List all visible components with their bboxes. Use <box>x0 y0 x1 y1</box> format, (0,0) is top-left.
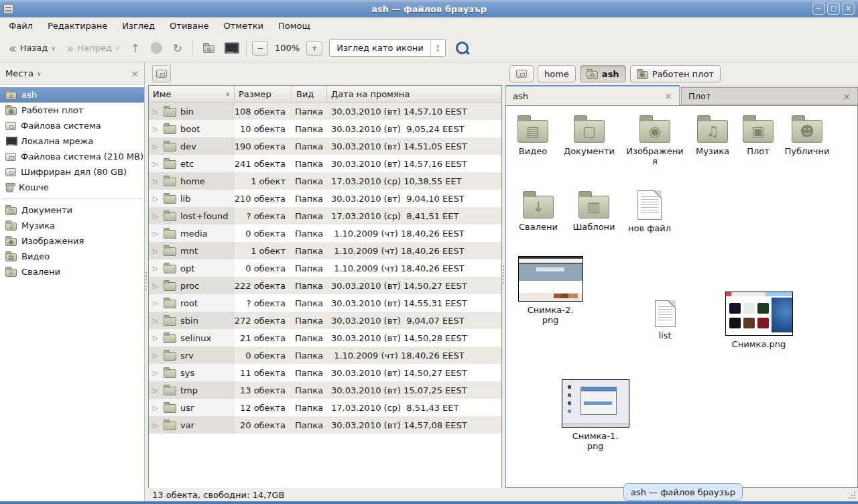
tab-ash[interactable]: ash× <box>505 85 680 105</box>
sidebar-item-Кошче[interactable]: Кошче <box>0 180 144 195</box>
back-dropdown-icon[interactable]: ∨ <box>51 45 56 52</box>
table-row[interactable]: ▷sbin272 обектаПапка30.03.2010 (вт) 9,04… <box>149 312 501 329</box>
table-row[interactable]: ▷srv0 обектаПапка 1.10.2009 (чт) 18,40,2… <box>149 346 501 364</box>
breadcrumb-button-ash[interactable]: ⌂ash <box>580 65 626 82</box>
icon-item-Документи[interactable]: ▢Документи <box>558 115 621 156</box>
expander-icon[interactable]: ▷ <box>153 178 160 185</box>
expander-icon[interactable]: ▷ <box>153 125 160 133</box>
expander-icon[interactable]: ▷ <box>153 108 160 115</box>
sidebar-item-Шифриран дял (80 GB)[interactable]: Шифриран дял (80 GB) <box>0 164 144 180</box>
computer-button[interactable] <box>221 41 241 55</box>
expander-icon[interactable]: ▷ <box>153 160 160 168</box>
table-row[interactable]: ▷dev190 обектаПапка30.03.2010 (вт) 14,51… <box>149 137 501 155</box>
menu-item-Отиване[interactable]: Отиване <box>162 19 216 33</box>
expander-icon[interactable]: ▷ <box>153 195 160 202</box>
table-row[interactable]: ▷root? обектаПапка30.03.2010 (вт) 14,55,… <box>149 294 501 312</box>
table-row[interactable]: ▷selinux21 обектаПапка30.03.2010 (вт) 14… <box>149 329 501 346</box>
icon-item-Музика[interactable]: ♫Музика <box>689 115 736 156</box>
sidebar-item-Работен плот[interactable]: ▣Работен плот <box>0 103 144 118</box>
sidebar-item-Локална мрежа[interactable]: Локална мрежа <box>0 133 144 149</box>
sidebar-item-Изображения[interactable]: ◉Изображения <box>0 233 144 249</box>
sidebar-item-Файлова система (210 MB)[interactable]: Файлова система (210 MB) <box>0 149 144 164</box>
breadcrumb-button-Работен плот[interactable]: ▣Работен плот <box>630 65 721 82</box>
table-row[interactable]: ▷etc241 обектаПапка30.03.2010 (вт) 14,57… <box>149 155 501 172</box>
icon-item-Снимка-2.png[interactable]: Снимка-2.png <box>526 256 574 325</box>
resize-grip[interactable] <box>848 491 856 499</box>
view-mode-select[interactable]: Изглед като икони ∧∨ <box>329 39 446 57</box>
stop-button[interactable] <box>146 40 167 56</box>
table-row[interactable]: ▷opt0 обектаПапка 1.10.2009 (чт) 18,40,2… <box>149 259 501 277</box>
tab-Плот[interactable]: Плот× <box>681 87 858 105</box>
table-row[interactable]: ▷bin108 обектаПапка30.03.2010 (вт) 14,57… <box>149 103 501 120</box>
menu-item-Файл[interactable]: Файл <box>1 19 40 33</box>
sidebar-item-Видео[interactable]: ▤Видео <box>0 249 144 264</box>
places-selector[interactable]: Места ∨ <box>5 68 42 78</box>
menu-item-Редактиране[interactable]: Редактиране <box>40 19 115 33</box>
expander-icon[interactable]: ▷ <box>153 317 160 324</box>
table-row[interactable]: ▷media0 обектаПапка 1.10.2009 (чт) 18,40… <box>149 225 501 242</box>
table-row[interactable]: ▷sys11 обектаПапка30.03.2010 (вт) 14,50,… <box>149 364 501 381</box>
expander-icon[interactable]: ▷ <box>153 212 160 220</box>
expander-icon[interactable]: ▷ <box>153 265 160 272</box>
table-row[interactable]: ▷var20 обектаПапка30.03.2010 (вт) 14,57,… <box>149 416 501 434</box>
expander-icon[interactable]: ▷ <box>153 143 160 150</box>
icon-item-Снимка.png[interactable]: Снимка.png <box>722 292 796 349</box>
icon-item-Плот[interactable]: ▣Плот <box>739 115 777 156</box>
up-button[interactable]: ↑ <box>126 40 145 57</box>
menu-item-Отметки[interactable]: Отметки <box>216 19 270 33</box>
combo-spinner-icon[interactable]: ∧∨ <box>430 40 445 56</box>
sidebar-item-Свалени[interactable]: ↓Свалени <box>0 264 144 279</box>
expander-icon[interactable]: ▷ <box>153 282 160 290</box>
table-row[interactable]: ▷lost+found? обектаПапка17.03.2010 (ср) … <box>149 207 501 225</box>
menu-item-Изглед[interactable]: Изглед <box>115 19 162 33</box>
icon-view[interactable]: ▤Видео▢Документи◉Изображения♫Музика▣Плот… <box>505 105 858 488</box>
expander-icon[interactable]: ▷ <box>153 369 160 377</box>
titlebar[interactable]: ash — файлов браузър − □ × <box>0 0 858 17</box>
icon-item-Видео[interactable]: ▤Видео <box>509 115 556 156</box>
table-row[interactable]: ▷boot10 обектаПапка30.03.2010 (вт) 9,05,… <box>149 120 501 137</box>
sidebar-close-icon[interactable]: × <box>131 68 139 79</box>
sidebar-item-ash[interactable]: ⌂ash <box>0 87 144 103</box>
icon-item-Снимка-1.png[interactable]: Снимка-1.png <box>571 379 619 451</box>
column-header-Вид[interactable]: Вид <box>292 86 327 103</box>
icon-item-Свалени[interactable]: ↓Свалени <box>512 190 564 232</box>
back-button[interactable]: « Назад ∨ <box>4 40 60 56</box>
table-row[interactable]: ▷home1 обектПапка17.03.2010 (ср) 10,38,5… <box>149 172 501 190</box>
icon-item-нов файл[interactable]: нов файл <box>623 190 676 233</box>
sidebar-splitter[interactable] <box>145 62 148 501</box>
expander-icon[interactable]: ▷ <box>153 352 160 359</box>
expander-icon[interactable]: ▷ <box>153 404 160 412</box>
tab-close-icon[interactable]: × <box>664 90 672 101</box>
search-icon[interactable] <box>455 41 470 56</box>
zoom-in-button[interactable]: + <box>306 41 322 56</box>
maximize-button[interactable]: □ <box>827 3 840 15</box>
sidebar-item-Файлова система[interactable]: Файлова система <box>0 118 144 133</box>
table-row[interactable]: ▷tmp13 обектаПапка30.03.2010 (вт) 15,07,… <box>149 381 501 399</box>
icon-item-Изображения[interactable]: ◉Изображения <box>625 115 684 166</box>
table-row[interactable]: ▷mnt1 обектПапка 1.10.2009 (чт) 18,40,26… <box>149 242 501 259</box>
minimize-button[interactable]: − <box>812 3 825 15</box>
forward-button[interactable]: » Напред ∨ <box>62 40 125 56</box>
icon-item-Публични[interactable]: ☻Публични <box>779 115 835 156</box>
column-header-Дата на промяна[interactable]: Дата на промяна <box>327 86 501 103</box>
home-button[interactable]: ⌂ <box>198 40 219 56</box>
expander-icon[interactable]: ▷ <box>153 230 160 237</box>
sidebar-item-Музика[interactable]: ♫Музика <box>0 218 144 233</box>
breadcrumb-button-root[interactable] <box>509 65 534 82</box>
zoom-out-button[interactable]: − <box>252 41 268 56</box>
sidebar-item-Документи[interactable]: ▢Документи <box>0 202 144 218</box>
taskbar-window-button[interactable]: ash — файлов браузър <box>623 483 743 501</box>
expander-icon[interactable]: ▷ <box>153 334 160 342</box>
table-row[interactable]: ▷usr12 обектаПапка17.03.2010 (ср) 8,51,4… <box>149 399 501 416</box>
location-button[interactable] <box>152 65 171 82</box>
table-row[interactable]: ▷proc222 обектаПапка30.03.2010 (вт) 14,5… <box>149 277 501 294</box>
menu-item-Помощ[interactable]: Помощ <box>271 19 318 33</box>
column-header-Размер[interactable]: Размер <box>235 86 292 103</box>
icon-item-list[interactable]: list <box>645 300 685 340</box>
breadcrumb-button-home[interactable]: home <box>538 65 576 82</box>
close-button[interactable]: × <box>842 3 855 15</box>
icon-item-Шаблони[interactable]: ▥Шаблони <box>567 190 621 232</box>
expander-icon[interactable]: ▷ <box>153 387 160 394</box>
expander-icon[interactable]: ▷ <box>153 300 160 307</box>
reload-button[interactable]: ↻ <box>168 40 187 57</box>
